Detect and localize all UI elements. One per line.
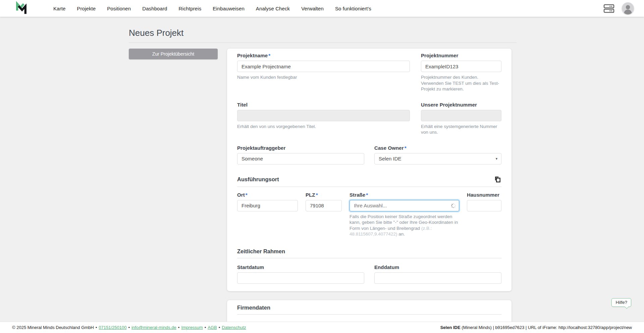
ausfuehrungsort-section-title: Ausführungsort [237, 176, 279, 183]
main-nav: Karte Projekte Positionen Dashboard Rich… [48, 0, 377, 17]
user-avatar-icon[interactable] [622, 2, 634, 14]
plz-label: PLZ* [306, 192, 342, 198]
zur-projektuebersicht-button[interactable]: Zur Projektübersicht [129, 49, 218, 59]
nav-item-projekte[interactable]: Projekte [71, 0, 101, 17]
hausnummer-input[interactable] [467, 200, 501, 211]
projektname-label: Projektname* [237, 53, 410, 58]
server-icon[interactable] [603, 4, 614, 13]
main-area: Neues Projekt Zur Projektübersicht Proje… [0, 17, 644, 322]
required-marker: * [246, 192, 248, 198]
zeitlicher-rahmen-section-title: Zeitlicher Rahmen [237, 248, 285, 255]
ort-label: Ort* [237, 192, 298, 198]
section-divider [237, 314, 501, 315]
nav-item-analyse-check[interactable]: Analyse Check [250, 0, 296, 17]
projektname-input[interactable] [237, 61, 410, 72]
nav-item-positionen[interactable]: Positionen [101, 0, 137, 17]
footer-link-impressum[interactable]: Impressum [181, 325, 203, 330]
action-column: Zur Projektübersicht [129, 49, 218, 59]
enddatum-label: Enddatum [374, 264, 501, 270]
titel-help: Erhält den von uns vorgegebenen Titel. [237, 124, 410, 130]
top-navbar: Karte Projekte Positionen Dashboard Rich… [0, 0, 644, 17]
titel-label: Titel [237, 102, 410, 108]
nav-item-dashboard[interactable]: Dashboard [137, 0, 173, 17]
nav-item-einbauweisen[interactable]: Einbauweisen [207, 0, 250, 17]
required-marker: * [405, 145, 407, 151]
ort-input[interactable] [237, 200, 298, 211]
firmendaten-section-title: Firmendaten [237, 305, 270, 311]
unsere-projektnummer-label: Unsere Projektnummer [421, 102, 501, 108]
unsere-projektnummer-help: Erhält eine systemgenerierte Nummer von … [421, 124, 501, 135]
hilfe-button[interactable]: Hilfe? [611, 298, 631, 307]
footer-link-datenschutz[interactable]: Datenschutz [222, 325, 246, 330]
footer-session-info: Selen IDE (Mineral Minds) | b91695ed7623… [440, 325, 632, 330]
loading-spinner-icon [450, 203, 457, 209]
footer-link-phone[interactable]: 07151/250100 [99, 325, 126, 330]
unsere-projektnummer-input [421, 110, 501, 121]
mineral-minds-logo-icon[interactable] [13, 1, 29, 15]
section-divider [237, 187, 501, 187]
copyright-text: © 2025 Mineral Minds Deutschland GmbH [12, 325, 94, 330]
startdatum-input[interactable] [237, 272, 364, 284]
copy-address-button[interactable] [494, 176, 501, 183]
section-divider [237, 258, 501, 258]
firmendaten-card: Firmendaten [227, 300, 512, 322]
projektnummer-help: Projektnummer des Kunden. Verwenden Sie … [421, 74, 501, 92]
projektauftraggeber-input[interactable] [237, 153, 364, 164]
page-title: Neues Projekt [129, 28, 517, 38]
strasse-label: Straße* [350, 192, 459, 198]
enddatum-input[interactable] [374, 272, 501, 284]
startdatum-label: Startdatum [237, 264, 364, 270]
required-marker: * [316, 192, 318, 198]
projektnummer-input[interactable] [421, 61, 501, 72]
projektauftraggeber-label: Projektauftraggeber [237, 145, 364, 151]
required-marker: * [268, 53, 270, 58]
title-divider [129, 43, 517, 43]
footer-user-name: Selen IDE [440, 325, 461, 330]
content-container: Neues Projekt Zur Projektübersicht Proje… [129, 17, 517, 322]
footer-link-email[interactable]: info@mineral-minds.de [131, 325, 176, 330]
projektnummer-label: Projektnummer [421, 53, 501, 58]
case-owner-selected-value: Selen IDE [379, 156, 401, 161]
footer-bar: © 2025 Mineral Minds Deutschland GmbH • … [0, 322, 644, 333]
footer-session-detail: (Mineral Minds) | b91695ed7623 | URL of … [461, 325, 632, 330]
project-form-card: Projektname* Name vom Kunden festlegbar … [227, 49, 512, 291]
strasse-help: Falls die Position keiner Straße zugeord… [350, 214, 459, 237]
plz-input[interactable] [306, 200, 342, 211]
nav-item-so-funktionierts[interactable]: So funktioniert's [329, 0, 377, 17]
hausnummer-label: Hausnummer [467, 192, 501, 198]
case-owner-label: Case Owner* [374, 145, 501, 151]
chevron-down-icon: ▼ [495, 157, 498, 160]
footer-link-agb[interactable]: AGB [208, 325, 217, 330]
case-owner-select[interactable]: Selen IDE ▼ [374, 153, 501, 164]
strasse-input[interactable] [350, 200, 459, 211]
nav-item-richtpreis[interactable]: Richtpreis [173, 0, 207, 17]
titel-input [237, 110, 410, 121]
projektname-help: Name vom Kunden festlegbar [237, 74, 410, 80]
nav-item-karte[interactable]: Karte [48, 0, 71, 17]
nav-item-verwalten[interactable]: Verwalten [296, 0, 329, 17]
footer-legal: © 2025 Mineral Minds Deutschland GmbH • … [12, 325, 246, 330]
required-marker: * [366, 192, 368, 198]
copy-icon [494, 176, 501, 183]
